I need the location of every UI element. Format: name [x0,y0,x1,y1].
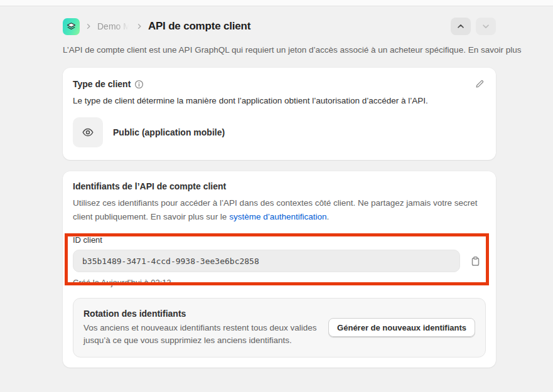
chevron-down-icon [481,22,490,31]
app-icon[interactable] [63,18,80,35]
credentials-title: Identifiants de l’API de compte client [73,181,486,191]
client-id-field-group: ID client b35b1489-3471-4ccd-9938-3ee3e6… [73,235,486,287]
client-type-value: Public (application mobile) [113,127,225,137]
client-id-field[interactable]: b35b1489-3471-4ccd-9938-3ee3e6bc2858 [73,250,460,272]
rotation-title: Rotation des identifiants [83,309,318,319]
rotation-description: Vos anciens et nouveaux identifiants res… [83,322,318,347]
rotation-card: Rotation des identifiants Vos anciens et… [73,298,486,358]
page-description: L’API de compte client est une API Graph… [63,45,553,56]
pagination-down-button[interactable] [476,18,496,35]
breadcrumb-separator [85,23,92,30]
top-divider [0,0,553,6]
credentials-card: Identifiants de l’API de compte client U… [63,171,496,368]
chevron-up-icon [456,22,465,31]
pagination [451,18,496,35]
rotation-text: Rotation des identifiants Vos anciens et… [83,309,318,347]
breadcrumb-separator [136,23,143,30]
client-id-value: b35b1489-3471-4ccd-9938-3ee3e6bc2858 [82,257,259,266]
clipboard-icon [470,256,481,267]
auth-system-link[interactable]: système d’authentification [229,212,326,221]
client-type-row: Public (application mobile) [73,117,486,150]
generate-credentials-button[interactable]: Générer de nouveaux identifiants [328,318,475,337]
breadcrumb-app-name[interactable]: Demo M [97,21,131,31]
pagination-up-button[interactable] [451,18,471,35]
copy-button[interactable] [469,255,482,268]
client-id-row: b35b1489-3471-4ccd-9938-3ee3e6bc2858 [73,250,486,272]
credentials-description-end: . [326,212,329,221]
client-id-label: ID client [73,235,486,246]
page-title: API de compte client [148,20,250,33]
client-type-description: Le type de client détermine la manière d… [73,95,486,107]
edit-button[interactable] [473,78,486,90]
main-content: Demo M API de compte client L’API de com [63,17,496,368]
client-type-card-header: Type de client [73,78,486,90]
credentials-description: Utilisez ces identifiants pour accéder à… [73,196,486,224]
info-icon[interactable] [134,80,144,89]
created-timestamp: Créé le Aujourd’hui à 02:13 [73,278,486,287]
breadcrumb: Demo M API de compte client [63,17,496,36]
pencil-icon [475,79,485,89]
layers-icon [66,21,77,32]
client-type-card: Type de client Le type de client détermi… [63,68,496,160]
page: Demo M API de compte client L’API de com [0,0,553,392]
client-type-tile [73,117,103,147]
client-type-title: Type de client [73,79,131,89]
eye-icon [82,126,94,139]
